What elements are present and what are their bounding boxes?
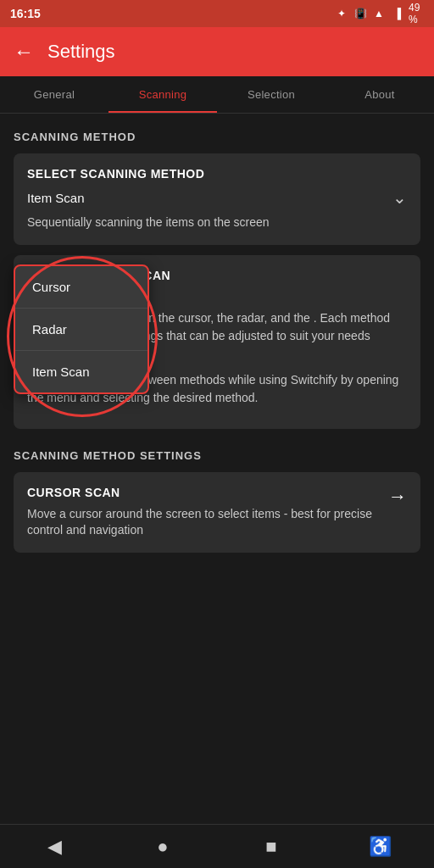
card-select-title: SELECT SCANNING METHOD [27,167,407,181]
main-content: SCANNING METHOD SELECT SCANNING METHOD I… [0,114,434,614]
vibrate-icon: 📳 [353,6,368,21]
scanning-method-settings-title: SCANNING METHOD SETTINGS [14,449,420,462]
app-bar: ← Settings [0,27,434,76]
nav-back-button[interactable]: ◀ [29,830,80,864]
cursor-scan-text: CURSOR SCAN Move a cursor around the scr… [27,486,388,539]
dropdown-item-radar[interactable]: Radar [15,309,147,351]
nav-home-icon: ● [157,836,168,858]
tabs-container: General Scanning Selection About [0,76,434,114]
selected-scan-value: Item Scan [27,191,85,205]
chevron-down-icon[interactable]: ⌄ [392,187,407,208]
status-bar: 16:15 ✦ 📳 ▲ ▐ 49 % [0,0,434,27]
app-title: Settings [47,41,115,63]
nav-recent-button[interactable]: ■ [246,830,297,864]
cursor-scan-card: CURSOR SCAN Move a cursor around the scr… [14,472,420,553]
tab-selection[interactable]: Selection [217,76,326,113]
bottom-nav: ◀ ● ■ ♿ [0,824,434,868]
nav-recent-icon: ■ [265,836,276,858]
tab-scanning[interactable]: Scanning [108,76,217,113]
signal-icon: ▐ [390,6,405,21]
nav-accessibility-button[interactable]: ♿ [354,830,405,864]
nav-back-icon: ◀ [47,836,62,858]
tab-general[interactable]: General [0,76,108,113]
nav-home-button[interactable]: ● [137,830,188,864]
scanning-method-section-title: SCANNING METHOD [14,131,420,143]
select-scanning-method-card: SELECT SCANNING METHOD Item Scan ⌄ Seque… [14,153,420,245]
status-icons: ✦ 📳 ▲ ▐ 49 % [334,6,424,21]
cursor-scan-arrow-icon[interactable]: → [388,486,407,508]
dropdown-item-cursor[interactable]: Cursor [15,266,147,309]
wifi-icon: ▲ [371,6,387,21]
cursor-scan-title: CURSOR SCAN [27,486,388,499]
accessibility-icon: ♿ [369,836,392,858]
battery-text: 49 % [409,6,424,21]
scan-method-description: Sequentially scanning the items on the s… [27,214,407,231]
cursor-scan-desc: Move a cursor around the screen to selec… [27,506,388,539]
scan-method-dropdown[interactable]: Cursor Radar Item Scan [14,264,149,394]
dropdown-row[interactable]: Item Scan ⌄ [27,187,407,208]
dropdown-item-item-scan[interactable]: Item Scan [15,351,147,392]
cursor-scan-row: CURSOR SCAN Move a cursor around the scr… [27,486,407,539]
tab-about[interactable]: About [326,76,434,113]
back-button[interactable]: ← [14,40,34,64]
bluetooth-icon: ✦ [334,6,349,21]
status-time: 16:15 [10,7,41,20]
